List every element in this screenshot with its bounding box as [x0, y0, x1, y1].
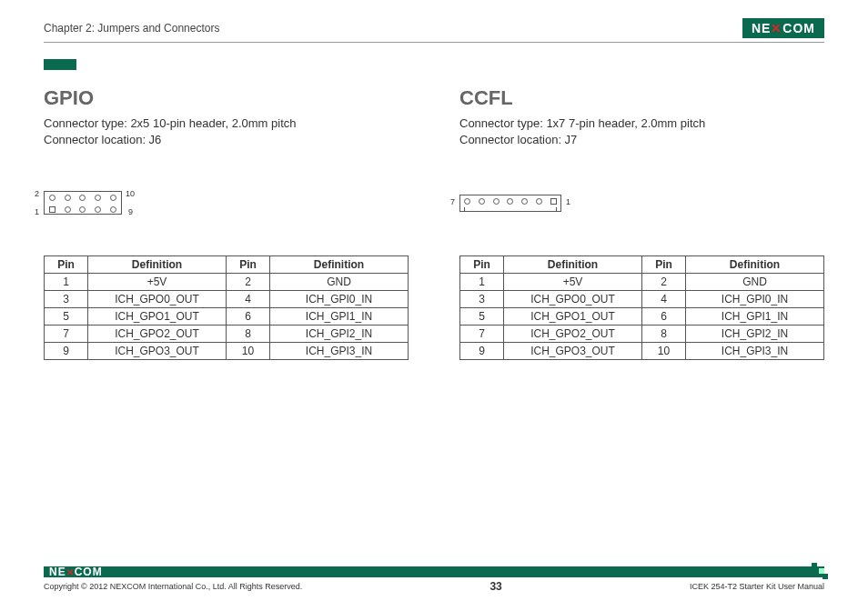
th-def: Definition	[686, 256, 824, 274]
table-cell: ICH_GPO0_OUT	[504, 291, 642, 308]
table-cell: ICH_GPI0_IN	[686, 291, 824, 308]
pinout-table-gpio: Pin Definition Pin Definition 1+5V2GND3I…	[44, 255, 409, 360]
table-cell: 2	[227, 274, 270, 291]
section-ccfl: CCFL Connector type: 1x7 7-pin header, 2…	[459, 86, 824, 360]
table-row: 3ICH_GPO0_OUT4ICH_GPI0_IN	[460, 291, 824, 308]
section-title: CCFL	[459, 86, 824, 110]
table-cell: 6	[227, 308, 270, 326]
table-cell: 6	[642, 308, 686, 326]
table-cell: 5	[45, 308, 88, 326]
connector-location: Connector location: J7	[459, 132, 824, 148]
table-cell: +5V	[88, 274, 227, 291]
th-def: Definition	[270, 256, 409, 274]
connector-diagram-1x7: 7 1	[459, 185, 824, 221]
table-cell: 7	[460, 326, 504, 343]
table-cell: ICH_GPO1_OUT	[504, 308, 642, 326]
table-row: 3ICH_GPO0_OUT4ICH_GPI0_IN	[45, 291, 409, 308]
copyright-text: Copyright © 2012 NEXCOM International Co…	[44, 582, 302, 591]
table-cell: GND	[270, 274, 409, 291]
table-cell: 1	[460, 274, 504, 291]
table-cell: ICH_GPI1_IN	[270, 308, 409, 326]
section-gpio: GPIO Connector type: 2x5 10-pin header, …	[44, 86, 409, 360]
footer-bar: NE✕COM	[44, 566, 824, 577]
table-cell: 3	[460, 291, 504, 308]
table-row: 1+5V2GND	[460, 274, 824, 291]
table-cell: 9	[460, 343, 504, 360]
table-row: 9ICH_GPO3_OUT10ICH_GPI3_IN	[45, 343, 409, 360]
header-rule	[44, 42, 824, 43]
th-def: Definition	[504, 256, 642, 274]
table-cell: 2	[642, 274, 686, 291]
section-title: GPIO	[44, 86, 409, 110]
table-cell: ICH_GPO3_OUT	[504, 343, 642, 360]
pin-label-7: 7	[450, 197, 455, 206]
table-cell: ICH_GPI2_IN	[686, 326, 824, 343]
footer-ornament-icon	[810, 563, 828, 581]
table-cell: 3	[45, 291, 88, 308]
table-cell: +5V	[504, 274, 642, 291]
pin-label-1: 1	[566, 197, 570, 206]
table-cell: 4	[642, 291, 686, 308]
table-row: 7ICH_GPO2_OUT8ICH_GPI2_IN	[460, 326, 824, 343]
table-row: 9ICH_GPO3_OUT10ICH_GPI3_IN	[460, 343, 824, 360]
nexcom-logo-top: NE✕COM	[742, 18, 824, 38]
pin-label-2: 2	[35, 189, 39, 198]
pin-label-9: 9	[128, 207, 133, 216]
table-cell: 7	[45, 326, 88, 343]
table-cell: ICH_GPO3_OUT	[88, 343, 227, 360]
th-def: Definition	[88, 256, 227, 274]
table-cell: 5	[460, 308, 504, 326]
section-tab	[44, 59, 76, 70]
table-cell: ICH_GPO0_OUT	[88, 291, 227, 308]
table-cell: 4	[227, 291, 270, 308]
pin-label-1: 1	[35, 207, 39, 216]
pin-label-10: 10	[126, 189, 135, 198]
table-row: 1+5V2GND	[45, 274, 409, 291]
table-row: 5ICH_GPO1_OUT6ICH_GPI1_IN	[460, 308, 824, 326]
th-pin: Pin	[227, 256, 270, 274]
connector-type: Connector type: 1x7 7-pin header, 2.0mm …	[459, 115, 824, 132]
table-cell: ICH_GPI3_IN	[686, 343, 824, 360]
th-pin: Pin	[460, 256, 504, 274]
table-cell: ICH_GPI3_IN	[270, 343, 409, 360]
connector-diagram-2x5: 2 10 1 9	[44, 185, 409, 221]
table-cell: ICH_GPI0_IN	[270, 291, 409, 308]
table-cell: ICH_GPI1_IN	[686, 308, 824, 326]
table-cell: ICH_GPO2_OUT	[88, 326, 227, 343]
manual-name: ICEK 254-T2 Starter Kit User Manual	[690, 582, 824, 591]
table-cell: ICH_GPI2_IN	[270, 326, 409, 343]
table-cell: ICH_GPO1_OUT	[88, 308, 227, 326]
table-cell: 10	[227, 343, 270, 360]
table-row: 7ICH_GPO2_OUT8ICH_GPI2_IN	[45, 326, 409, 343]
table-cell: 10	[642, 343, 686, 360]
pinout-table-ccfl: Pin Definition Pin Definition 1+5V2GND3I…	[459, 255, 824, 360]
table-cell: ICH_GPO2_OUT	[504, 326, 642, 343]
chapter-title: Chapter 2: Jumpers and Connectors	[44, 22, 219, 35]
table-cell: 9	[45, 343, 88, 360]
table-cell: GND	[686, 274, 824, 291]
th-pin: Pin	[642, 256, 686, 274]
th-pin: Pin	[45, 256, 88, 274]
connector-type: Connector type: 2x5 10-pin header, 2.0mm…	[44, 115, 409, 132]
table-cell: 8	[227, 326, 270, 343]
connector-location: Connector location: J6	[44, 132, 409, 148]
table-cell: 8	[642, 326, 686, 343]
nexcom-logo-bottom: NE✕COM	[44, 566, 103, 578]
table-cell: 1	[45, 274, 88, 291]
table-row: 5ICH_GPO1_OUT6ICH_GPI1_IN	[45, 308, 409, 326]
page-number: 33	[490, 580, 501, 593]
